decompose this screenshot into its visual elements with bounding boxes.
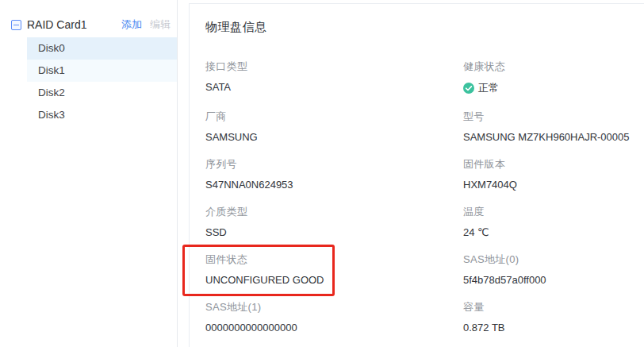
field-label: 固件版本 — [463, 157, 644, 172]
field-label: 型号 — [463, 110, 644, 124]
sidebar-item-disk3[interactable]: Disk3 — [27, 104, 177, 126]
sidebar-item-disk2[interactable]: Disk2 — [27, 82, 177, 104]
field-value: SAMSUNG MZ7KH960HAJR-00005 — [463, 131, 644, 143]
field-interface-type: 接口类型 SATA — [205, 48, 463, 98]
field-capacity: 容量 0.872 TB — [463, 288, 644, 336]
sidebar-item-disk0[interactable]: Disk0 — [27, 37, 177, 60]
disk-list: Disk0 Disk1 Disk2 Disk3 — [27, 37, 177, 126]
page-title: 物理盘信息 — [205, 20, 644, 35]
health-status-text: 正常 — [478, 81, 499, 95]
field-value: HXM7404Q — [463, 179, 644, 191]
physical-disk-info-panel: 物理盘信息 接口类型 SATA 健康状态 正常 厂商 SAMSUNG 型号 SA… — [189, 3, 644, 347]
field-serial-number: 序列号 S47NNA0N624953 — [205, 145, 463, 193]
field-label: 健康状态 — [463, 60, 644, 74]
field-label: 固件状态 — [205, 253, 463, 267]
field-label: SAS地址(0) — [463, 253, 644, 267]
field-media-type: 介质类型 SSD — [205, 193, 463, 241]
field-value: 0.872 TB — [463, 322, 644, 334]
field-value: 24 ℃ — [463, 226, 644, 238]
field-label: SAS地址(1) — [205, 300, 463, 314]
field-value: 5f4b78d57a0ff000 — [463, 274, 644, 286]
field-label: 接口类型 — [205, 60, 463, 74]
field-sas-address-1: SAS地址(1) 0000000000000000 — [205, 288, 463, 336]
raid-card-label: RAID Card1 — [27, 18, 121, 31]
raid-card-tree-node[interactable]: RAID Card1 添加 编辑 — [11, 17, 171, 32]
add-link[interactable]: 添加 — [121, 17, 142, 32]
field-firmware-state: 固件状态 UNCONFIGURED GOOD — [205, 241, 463, 288]
field-vendor: 厂商 SAMSUNG — [205, 98, 463, 145]
edit-link[interactable]: 编辑 — [150, 17, 171, 32]
field-health-status: 健康状态 正常 — [463, 48, 644, 98]
collapse-minus-icon[interactable] — [11, 20, 21, 30]
field-firmware-version: 固件版本 HXM7404Q — [463, 145, 644, 193]
field-value: SSD — [205, 226, 463, 238]
field-label: 厂商 — [205, 110, 463, 124]
field-value: 正常 — [463, 81, 644, 95]
field-label: 温度 — [463, 205, 644, 219]
field-label: 序列号 — [205, 157, 463, 172]
field-grid: 接口类型 SATA 健康状态 正常 厂商 SAMSUNG 型号 SAMSUNG … — [205, 48, 644, 336]
field-label: 容量 — [463, 300, 644, 314]
field-label: 介质类型 — [205, 205, 463, 219]
field-value: S47NNA0N624953 — [205, 179, 463, 191]
field-value: SATA — [205, 81, 463, 93]
success-check-icon — [463, 83, 474, 94]
field-sas-address-0: SAS地址(0) 5f4b78d57a0ff000 — [463, 241, 644, 288]
field-value: SAMSUNG — [205, 131, 463, 143]
field-value: 0000000000000000 — [205, 322, 463, 334]
disk-tree-sidebar: RAID Card1 添加 编辑 Disk0 Disk1 Disk2 Disk3 — [0, 0, 178, 347]
field-model: 型号 SAMSUNG MZ7KH960HAJR-00005 — [463, 98, 644, 145]
field-temperature: 温度 24 ℃ — [463, 193, 644, 241]
sidebar-item-disk1[interactable]: Disk1 — [27, 60, 177, 82]
field-value: UNCONFIGURED GOOD — [205, 274, 463, 286]
